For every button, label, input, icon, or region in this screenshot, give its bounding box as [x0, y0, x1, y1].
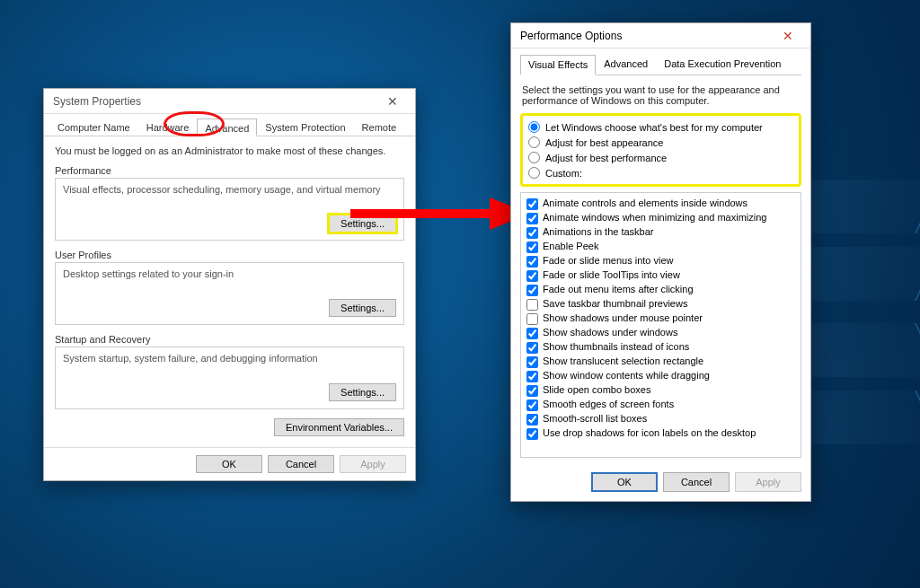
sysprops-ok-button[interactable]: OK	[196, 455, 262, 473]
group-performance-label: Performance	[55, 165, 404, 176]
user-profiles-settings-button[interactable]: Settings...	[329, 299, 396, 317]
perfopts-option-10[interactable]: Show thumbnails instead of icons	[526, 340, 797, 355]
perfopts-option-11[interactable]: Show translucent selection rectangle	[526, 355, 797, 369]
checkbox-label: Show thumbnails instead of icons	[543, 341, 689, 352]
perfopts-option-13[interactable]: Slide open combo boxes	[526, 383, 797, 398]
checkbox-label: Smooth-scroll list boxes	[543, 413, 647, 424]
group-performance-box: Visual effects, processor scheduling, me…	[55, 178, 404, 241]
sysprops-cancel-button[interactable]: Cancel	[268, 455, 334, 473]
perfopts-option-12[interactable]: Show window contents while dragging	[526, 369, 797, 383]
perfopts-option-6[interactable]: Fade out menu items after clicking	[526, 283, 797, 297]
checkbox-label: Smooth edges of screen fonts	[543, 399, 674, 409]
close-icon[interactable]: ✕	[376, 89, 410, 114]
radio-input[interactable]	[528, 136, 540, 148]
close-icon[interactable]: ✕	[771, 23, 805, 48]
perfopts-instruction: Select the settings you want to use for …	[522, 84, 800, 106]
checkbox-input[interactable]	[526, 285, 538, 296]
checkbox-label: Enable Peek	[543, 241, 598, 251]
checkbox-label: Animate controls and elements inside win…	[543, 197, 748, 208]
checkbox-input[interactable]	[526, 198, 538, 210]
checkbox-label: Show window contents while dragging	[543, 370, 710, 381]
checkbox-input[interactable]	[526, 328, 538, 339]
checkbox-input[interactable]	[526, 342, 538, 354]
radio-input[interactable]	[528, 167, 540, 179]
admin-note: You must be logged on as an Administrato…	[55, 145, 404, 156]
group-user-profiles-box: Desktop settings related to your sign-in…	[55, 262, 404, 325]
startup-recovery-settings-button[interactable]: Settings...	[329, 383, 396, 401]
tab-dep[interactable]: Data Execution Prevention	[656, 54, 789, 75]
perfopts-option-3[interactable]: Enable Peek	[526, 240, 797, 254]
tab-hardware[interactable]: Hardware	[138, 118, 198, 136]
perfopts-apply-button: Apply	[735, 472, 801, 492]
checkbox-input[interactable]	[526, 428, 538, 440]
perfopts-option-0[interactable]: Animate controls and elements inside win…	[526, 197, 797, 211]
checkbox-input[interactable]	[526, 371, 538, 382]
checkbox-input[interactable]	[526, 399, 538, 411]
perfopts-radio-1[interactable]: Adjust for best appearance	[528, 135, 793, 150]
perfopts-ok-button[interactable]: OK	[591, 472, 658, 492]
perfopts-title: Performance Options	[520, 30, 771, 42]
group-startup-recovery: Startup and Recovery System startup, sys…	[55, 334, 404, 409]
group-user-profiles-desc: Desktop settings related to your sign-in	[63, 268, 396, 279]
tab-advanced[interactable]: Advanced	[197, 118, 257, 136]
checkbox-input[interactable]	[526, 270, 538, 282]
checkbox-input[interactable]	[526, 414, 538, 426]
tab-advanced[interactable]: Advanced	[596, 54, 656, 75]
group-startup-recovery-label: Startup and Recovery	[55, 334, 404, 345]
perfopts-option-9[interactable]: Show shadows under windows	[526, 326, 797, 340]
tab-visual-effects[interactable]: Visual Effects	[520, 55, 596, 75]
sysprops-tabstrip: Computer Name Hardware Advanced System P…	[44, 114, 415, 136]
perfopts-option-5[interactable]: Fade or slide ToolTips into view	[526, 268, 797, 283]
sysprops-titlebar[interactable]: System Properties ✕	[44, 89, 415, 114]
perfopts-option-15[interactable]: Smooth-scroll list boxes	[526, 412, 797, 426]
radio-input[interactable]	[528, 152, 540, 163]
tab-system-protection[interactable]: System Protection	[257, 118, 353, 136]
radio-input[interactable]	[528, 121, 540, 133]
checkbox-label: Fade out menu items after clicking	[543, 284, 694, 294]
perfopts-option-7[interactable]: Save taskbar thumbnail previews	[526, 297, 797, 312]
system-properties-dialog: System Properties ✕ Computer Name Hardwa…	[43, 88, 416, 481]
perfopts-option-4[interactable]: Fade or slide menus into view	[526, 254, 797, 268]
checkbox-label: Fade or slide menus into view	[543, 255, 674, 266]
tab-remote[interactable]: Remote	[354, 118, 405, 136]
checkbox-input[interactable]	[526, 385, 538, 397]
radio-label: Custom:	[545, 168, 582, 179]
checkbox-label: Show translucent selection rectangle	[543, 355, 703, 366]
perfopts-option-8[interactable]: Show shadows under mouse pointer	[526, 312, 797, 326]
perfopts-radio-0[interactable]: Let Windows choose what's best for my co…	[528, 119, 793, 135]
group-performance-desc: Visual effects, processor scheduling, me…	[63, 184, 396, 195]
tab-computer-name[interactable]: Computer Name	[49, 118, 138, 136]
perfopts-option-16[interactable]: Use drop shadows for icon labels on the …	[526, 426, 797, 441]
checkbox-input[interactable]	[526, 241, 538, 253]
group-startup-recovery-desc: System startup, system failure, and debu…	[63, 353, 396, 364]
checkbox-input[interactable]	[526, 227, 538, 239]
checkbox-label: Animate windows when minimizing and maxi…	[543, 212, 766, 223]
group-user-profiles: User Profiles Desktop settings related t…	[55, 250, 404, 325]
radio-label: Adjust for best performance	[545, 153, 667, 163]
perfopts-option-2[interactable]: Animations in the taskbar	[526, 225, 797, 240]
perfopts-radio-group: Let Windows choose what's best for my co…	[520, 113, 801, 187]
perfopts-footer: OK Cancel Apply	[511, 463, 810, 501]
perfopts-checkbox-list[interactable]: Animate controls and elements inside win…	[520, 192, 801, 458]
checkbox-input[interactable]	[526, 256, 538, 268]
group-user-profiles-label: User Profiles	[55, 250, 404, 260]
performance-options-dialog: Performance Options ✕ Visual Effects Adv…	[510, 22, 811, 502]
checkbox-label: Save taskbar thumbnail previews	[543, 298, 687, 309]
perfopts-radio-2[interactable]: Adjust for best performance	[528, 150, 793, 165]
checkbox-label: Show shadows under mouse pointer	[543, 312, 703, 323]
group-performance: Performance Visual effects, processor sc…	[55, 165, 404, 241]
checkbox-input[interactable]	[526, 313, 538, 325]
checkbox-input[interactable]	[526, 356, 538, 368]
checkbox-input[interactable]	[526, 213, 538, 224]
perfopts-titlebar[interactable]: Performance Options ✕	[511, 23, 810, 48]
checkbox-label: Use drop shadows for icon labels on the …	[543, 427, 756, 438]
perfopts-option-1[interactable]: Animate windows when minimizing and maxi…	[526, 211, 797, 225]
performance-settings-button[interactable]: Settings...	[329, 215, 396, 233]
checkbox-input[interactable]	[526, 299, 538, 311]
perfopts-option-14[interactable]: Smooth edges of screen fonts	[526, 398, 797, 412]
perfopts-radio-3[interactable]: Custom:	[528, 165, 793, 180]
radio-label: Adjust for best appearance	[545, 137, 663, 148]
checkbox-label: Animations in the taskbar	[543, 226, 654, 237]
perfopts-cancel-button[interactable]: Cancel	[663, 472, 730, 492]
environment-variables-button[interactable]: Environment Variables...	[274, 418, 404, 436]
